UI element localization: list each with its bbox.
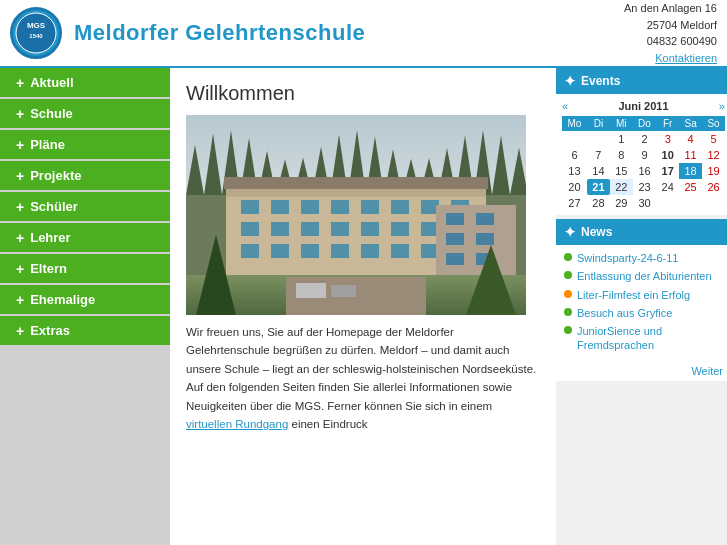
news-dot	[564, 271, 572, 279]
sidebar-plus-icon: +	[16, 138, 24, 152]
sidebar-item-label: Lehrer	[30, 230, 70, 245]
cal-cell-4-4	[656, 195, 679, 211]
sidebar-plus-icon: +	[16, 231, 24, 245]
cal-cell-3-5[interactable]: 25	[679, 179, 702, 195]
cal-cell-3-2[interactable]: 22	[610, 179, 633, 195]
cal-header-Fr: Fr	[656, 116, 679, 131]
events-widget-header: ✦ Events	[556, 68, 727, 94]
logo-area: MGS 1540 Meldorfer Gelehrtenschule	[10, 7, 624, 59]
calendar-body: 1234567891011121314151617181920212223242…	[562, 131, 725, 211]
events-title: Events	[581, 74, 620, 88]
sidebar-item-label: Pläne	[30, 137, 65, 152]
cal-cell-1-5[interactable]: 11	[679, 147, 702, 163]
sidebar-plus-icon: +	[16, 324, 24, 338]
weiter-container: Weiter	[556, 363, 727, 381]
cal-cell-0-3[interactable]: 2	[633, 131, 657, 147]
cal-row-3: 20212223242526	[562, 179, 725, 195]
cal-cell-3-3[interactable]: 23	[633, 179, 657, 195]
news-item: Liter-Filmfest ein Erfolg	[564, 288, 723, 302]
news-link[interactable]: Liter-Filmfest ein Erfolg	[577, 288, 690, 302]
sidebar-item-projekte[interactable]: +Projekte	[0, 161, 170, 190]
news-widget-header: ✦ News	[556, 219, 727, 245]
cal-cell-1-1[interactable]: 7	[587, 147, 610, 163]
weiter-link[interactable]: Weiter	[691, 365, 723, 377]
news-link[interactable]: Entlassung der Abiturienten	[577, 269, 712, 283]
sidebar-item-schule[interactable]: +Schule	[0, 99, 170, 128]
welcome-text-part1: Wir freuen uns, Sie auf der Homepage der…	[186, 326, 536, 412]
sidebar-item-aktuell[interactable]: +Aktuell	[0, 68, 170, 97]
sidebar-plus-icon: +	[16, 293, 24, 307]
cal-cell-1-0[interactable]: 6	[562, 147, 587, 163]
cal-cell-0-6[interactable]: 5	[702, 131, 725, 147]
cal-cell-4-6	[702, 195, 725, 211]
cal-cell-0-0	[562, 131, 587, 147]
cal-row-4: 27282930	[562, 195, 725, 211]
sidebar: +Aktuell+Schule+Pläne+Projekte+Schüler+L…	[0, 68, 170, 545]
sidebar-item-label: Schüler	[30, 199, 78, 214]
news-link[interactable]: JuniorSience und Fremdsprachen	[577, 324, 723, 353]
welcome-text-part2: einen Eindruck	[288, 418, 367, 430]
calendar-table: MoDiMiDoFrSaSo 1234567891011121314151617…	[562, 116, 725, 211]
virtual-tour-link[interactable]: virtuellen Rundgang	[186, 418, 288, 430]
cal-cell-2-0[interactable]: 13	[562, 163, 587, 179]
cal-cell-2-4[interactable]: 17	[656, 163, 679, 179]
sidebar-item-ehemalige[interactable]: +Ehemalige	[0, 285, 170, 314]
sidebar-item-label: Ehemalige	[30, 292, 95, 307]
cal-cell-2-6[interactable]: 19	[702, 163, 725, 179]
content-area: Willkommen Wir freuen uns, Sie auf der H…	[170, 68, 556, 545]
news-dot	[564, 290, 572, 298]
cal-cell-1-3[interactable]: 9	[633, 147, 657, 163]
cal-header-Di: Di	[587, 116, 610, 131]
sidebar-item-schueler[interactable]: +Schüler	[0, 192, 170, 221]
news-item: Besuch aus Gryfice	[564, 306, 723, 320]
cal-cell-4-2[interactable]: 29	[610, 195, 633, 211]
cal-cell-1-6[interactable]: 12	[702, 147, 725, 163]
cal-cell-4-1[interactable]: 28	[587, 195, 610, 211]
address-line1: An den Anlagen 16	[624, 0, 717, 17]
cal-header-Mi: Mi	[610, 116, 633, 131]
svg-text:1540: 1540	[29, 33, 43, 39]
cal-cell-2-5[interactable]: 18	[679, 163, 702, 179]
cal-cell-2-1[interactable]: 14	[587, 163, 610, 179]
contact-info: An den Anlagen 16 25704 Meldorf 04832 60…	[624, 0, 717, 66]
sidebar-item-eltern[interactable]: +Eltern	[0, 254, 170, 283]
sidebar-plus-icon: +	[16, 169, 24, 183]
news-link[interactable]: Swindsparty-24-6-11	[577, 251, 679, 265]
cal-cell-4-3[interactable]: 30	[633, 195, 657, 211]
sidebar-item-plaene[interactable]: +Pläne	[0, 130, 170, 159]
cal-header-Do: Do	[633, 116, 657, 131]
cal-cell-3-0[interactable]: 20	[562, 179, 587, 195]
cal-cell-3-4[interactable]: 24	[656, 179, 679, 195]
school-logo: MGS 1540	[10, 7, 62, 59]
svg-text:MGS: MGS	[27, 21, 46, 30]
news-item: Entlassung der Abiturienten	[564, 269, 723, 283]
contact-link[interactable]: Kontaktieren	[655, 52, 717, 64]
cal-cell-3-1[interactable]: 21	[587, 179, 610, 195]
calendar-prev[interactable]: «	[562, 100, 568, 112]
news-dot	[564, 308, 572, 316]
cal-cell-0-5[interactable]: 4	[679, 131, 702, 147]
sidebar-item-lehrer[interactable]: +Lehrer	[0, 223, 170, 252]
cal-cell-2-2[interactable]: 15	[610, 163, 633, 179]
cal-row-2: 13141516171819	[562, 163, 725, 179]
cal-cell-3-6[interactable]: 26	[702, 179, 725, 195]
cal-cell-0-2[interactable]: 1	[610, 131, 633, 147]
sidebar-item-label: Schule	[30, 106, 73, 121]
page-title: Willkommen	[186, 82, 540, 105]
school-image	[186, 115, 526, 315]
cal-cell-0-4[interactable]: 3	[656, 131, 679, 147]
site-title: Meldorfer Gelehrtenschule	[74, 20, 365, 46]
sidebar-item-extras[interactable]: +Extras	[0, 316, 170, 345]
cal-cell-1-2[interactable]: 8	[610, 147, 633, 163]
events-widget: ✦ Events « Juni 2011 » MoDiMiDoFrSaSo 12…	[556, 68, 727, 215]
news-dot	[564, 253, 572, 261]
cal-cell-2-3[interactable]: 16	[633, 163, 657, 179]
calendar-header-row: MoDiMiDoFrSaSo	[562, 116, 725, 131]
page-header: MGS 1540 Meldorfer Gelehrtenschule An de…	[0, 0, 727, 68]
calendar-next[interactable]: »	[719, 100, 725, 112]
sidebar-item-label: Projekte	[30, 168, 81, 183]
main-layout: +Aktuell+Schule+Pläne+Projekte+Schüler+L…	[0, 68, 727, 545]
news-link[interactable]: Besuch aus Gryfice	[577, 306, 672, 320]
cal-cell-4-0[interactable]: 27	[562, 195, 587, 211]
cal-cell-1-4[interactable]: 10	[656, 147, 679, 163]
